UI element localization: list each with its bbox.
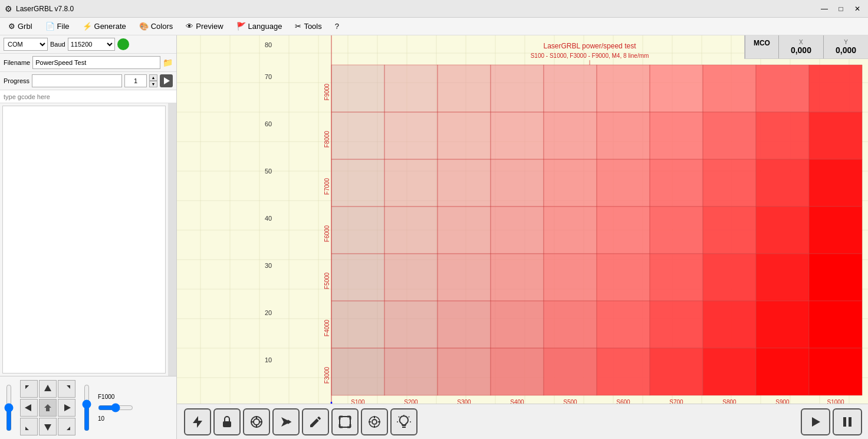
lock-button[interactable] [213, 408, 241, 435]
svg-text:S100 - S1000, F3000 - F9000, M: S100 - S1000, F3000 - F9000, M4, 8 line/… [531, 53, 649, 59]
svg-rect-101 [756, 301, 809, 348]
menu-tools[interactable]: ✂ Tools [289, 19, 327, 33]
jog-home[interactable] [39, 399, 57, 417]
spinner-down[interactable]: ▼ [149, 81, 157, 87]
progress-bar [32, 74, 122, 87]
folder-icon[interactable]: 📁 [163, 58, 173, 67]
maximize-button[interactable]: □ [835, 3, 847, 15]
close-button[interactable]: ✕ [851, 3, 863, 15]
frame-button[interactable] [331, 408, 359, 435]
svg-marker-1 [25, 404, 31, 411]
svg-marker-163 [193, 416, 202, 428]
svg-rect-54 [384, 112, 438, 159]
menu-colors[interactable]: 🎨 Colors [133, 19, 179, 33]
svg-rect-104 [384, 348, 438, 395]
svg-rect-105 [438, 348, 491, 395]
menu-grbl[interactable]: ⚙ Grbl [2, 19, 38, 33]
svg-rect-59 [650, 112, 703, 159]
right-speed-slider[interactable] [81, 384, 92, 431]
menu-language-label: Language [248, 22, 282, 31]
tools-icon: ✂ [295, 22, 301, 31]
generate-icon: ⚡ [83, 22, 92, 31]
jog-down-left[interactable] [20, 418, 38, 435]
filename-input[interactable] [32, 56, 160, 69]
jog-right[interactable] [58, 399, 75, 417]
svg-rect-81 [756, 207, 809, 254]
canvas-area: MCO X 0,000 Y 0,000 [177, 35, 868, 439]
svg-rect-107 [544, 348, 597, 395]
baud-select[interactable]: 115200 [68, 38, 115, 51]
filename-row: Filename 📁 [0, 54, 176, 72]
com-port-select[interactable]: COM [4, 38, 48, 51]
jog-left[interactable] [20, 399, 38, 417]
lightning-button[interactable] [184, 408, 211, 435]
x-label: X [791, 39, 811, 45]
horizontal-slider[interactable] [98, 402, 133, 413]
arrow-button[interactable] [272, 408, 300, 435]
play-button[interactable] [801, 408, 830, 435]
progress-spinner[interactable]: ▲ ▼ [149, 74, 157, 87]
svg-text:60: 60 [265, 120, 272, 127]
x-value: 0,000 [791, 45, 811, 55]
pause-button[interactable] [833, 408, 862, 435]
svg-rect-44 [384, 65, 438, 112]
laser-chart[interactable]: F9000 F8000 F7000 F6000 F5000 F4000 F300… [177, 35, 868, 439]
svg-marker-3 [64, 404, 71, 411]
console-scrollbar[interactable] [168, 103, 176, 376]
jog-up-right[interactable] [58, 380, 75, 398]
svg-rect-83 [331, 254, 384, 301]
svg-rect-94 [384, 301, 438, 348]
svg-rect-111 [756, 348, 809, 395]
menu-bar: ⚙ Grbl 📄 File ⚡ Generate 🎨 Colors 👁 Prev… [0, 18, 868, 35]
svg-rect-77 [544, 207, 597, 254]
svg-marker-194 [812, 417, 820, 427]
menu-generate[interactable]: ⚡ Generate [77, 19, 132, 33]
svg-point-166 [254, 419, 259, 425]
focus-button[interactable] [361, 408, 388, 435]
svg-rect-195 [843, 417, 846, 427]
svg-rect-58 [597, 112, 650, 159]
svg-rect-65 [438, 159, 491, 207]
svg-text:80: 80 [265, 41, 272, 48]
jog-up[interactable] [39, 380, 57, 398]
connection-row: COM Baud 115200 [0, 35, 176, 54]
run-button[interactable] [160, 74, 173, 87]
menu-language[interactable]: 🚩 Language [231, 19, 288, 33]
preview-icon: 👁 [186, 22, 193, 31]
jog-up-left[interactable] [20, 380, 38, 398]
svg-rect-90 [703, 254, 756, 301]
minimize-button[interactable]: — [818, 3, 830, 15]
console-area[interactable] [2, 106, 166, 374]
svg-rect-88 [597, 254, 650, 301]
jog-down[interactable] [39, 418, 57, 435]
menu-help[interactable]: ? [329, 19, 345, 33]
menu-preview[interactable]: 👁 Preview [180, 19, 229, 33]
svg-rect-98 [597, 301, 650, 348]
svg-rect-82 [809, 207, 862, 254]
left-speed-slider[interactable] [4, 384, 14, 431]
speed-label: 10 [98, 415, 104, 422]
bulb-button[interactable] [390, 408, 417, 435]
jog-down-right[interactable] [58, 418, 75, 435]
svg-rect-67 [544, 159, 597, 207]
svg-rect-102 [809, 301, 862, 348]
menu-file[interactable]: 📄 File [40, 19, 75, 33]
app-icon: ⚙ [5, 4, 12, 14]
svg-rect-92 [809, 254, 862, 301]
tool-button-group [183, 408, 419, 435]
svg-rect-62 [809, 112, 862, 159]
svg-rect-76 [491, 207, 544, 254]
svg-text:20: 20 [265, 309, 272, 316]
svg-text:30: 30 [265, 262, 272, 269]
svg-text:40: 40 [265, 215, 272, 222]
file-icon: 📄 [45, 22, 55, 31]
target-button[interactable] [243, 408, 270, 435]
connect-button[interactable] [117, 38, 129, 50]
svg-rect-49 [650, 65, 703, 112]
svg-rect-53 [331, 112, 384, 159]
gcode-input[interactable] [0, 90, 176, 103]
svg-text:F3000: F3000 [324, 366, 330, 384]
svg-rect-68 [597, 159, 650, 207]
pen-button[interactable] [302, 408, 329, 435]
spinner-up[interactable]: ▲ [149, 74, 157, 81]
